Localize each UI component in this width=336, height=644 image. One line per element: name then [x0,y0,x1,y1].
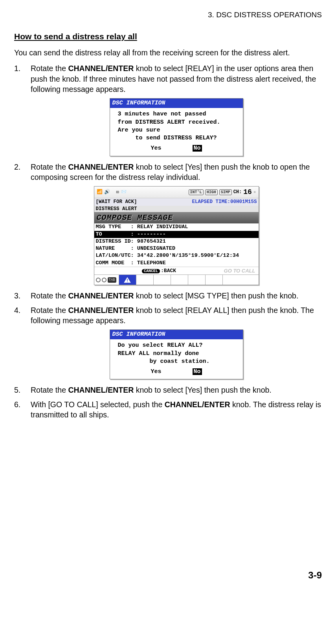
no-button[interactable]: No [193,145,202,152]
distress-id-row: DISTRESS ID: 987654321 [94,238,259,245]
comm-mode-row: COMM MODE : TELEPHONE [94,260,259,267]
wait-for-ack-row: [WAIT FOR ACK] ELAPSED TIME:00H01M15S [94,198,259,206]
simp-badge: SIMP [219,189,232,196]
mail-icon: ✉ [116,189,119,195]
cancel-pill[interactable]: CANCEL [142,269,160,273]
steps-list: Rotate the CHANNEL/ENTER knob to select … [14,63,322,420]
wait-label: [WAIT FOR ACK] [96,199,137,205]
chapter-header: 3. DSC DISTRESS OPERATIONS [14,10,322,20]
tab-slot[interactable] [188,275,205,285]
status-bar: 📶 🔊 ✉ 📨 INT'L HIGH SIMP CH: 16 ✳ [94,187,259,198]
step-1: Rotate the CHANNEL/ENTER knob to select … [14,63,322,156]
compose-message-screen: 📶 🔊 ✉ 📨 INT'L HIGH SIMP CH: 16 ✳ [WAIT F… [94,186,259,285]
step-text: knob to select [MSG TYPE] then push the … [134,291,298,300]
high-badge: HIGH [205,189,218,196]
knob-label: CHANNEL/ENTER [68,291,134,300]
tab-bar: TAB [94,274,259,285]
section-title: How to send a distress relay all [14,31,322,42]
ch-label: CH: [233,189,242,195]
speaker-icon: 🔊 [104,189,110,195]
mailbox-icon: 📨 [121,189,127,195]
dsc-info-dialog-2: DSC INFORMATION Do you select RELAY ALL?… [110,329,243,379]
distress-alert-row: DISTRESS ALERT [94,206,259,212]
alert-icon [124,277,131,283]
knob-icon [96,278,101,282]
page-number: 3-9 [14,569,322,582]
tab-slot[interactable] [205,275,222,285]
dialog-body: Do you select RELAY ALL? RELAY ALL norma… [110,339,243,366]
step-text: Rotate the [31,306,68,315]
no-button[interactable]: No [193,368,202,375]
compass-icon: ✳ [253,189,256,195]
knob-label: CHANNEL/ENTER [68,386,134,394]
tab-filler [222,275,259,285]
step-3: Rotate the CHANNEL/ENTER knob to select … [14,291,322,301]
nature-row: NATURE : UNDESIGNATED [94,245,259,252]
msg-type-row[interactable]: MSG TYPE : RELAY INDIVIDUAL [94,223,259,231]
step-6: With [GO TO CALL] selected, push the CHA… [14,399,322,420]
step-4: Rotate the CHANNEL/ENTER knob to select … [14,305,322,380]
signal-icon: 📶 [97,189,103,195]
go-to-call-button[interactable]: GO TO CALL [224,267,255,274]
knob-label: CHANNEL/ENTER [68,306,134,315]
knob-icon [102,278,106,282]
knob-label: CHANNEL/ENTER [165,400,230,409]
step-text: Rotate the [31,291,68,300]
step-text: Rotate the [31,64,68,73]
tab-button[interactable]: TAB [108,277,116,283]
yes-button[interactable]: Yes [151,368,161,375]
step-text: Rotate the [31,163,68,171]
lat-lon-row: LAT/LON/UTC: 34°42.2800'N/135°19.5900'E/… [94,252,259,259]
tab-active[interactable] [119,275,136,285]
intl-badge: INT'L [189,189,204,196]
step-text: knob to select [Yes] then push the knob. [134,386,272,394]
elapsed-time: ELAPSED TIME:00H01M15S [192,199,257,205]
tab-slot[interactable] [136,275,153,285]
dialog-buttons: Yes No [110,143,243,156]
channel-number: 16 [243,187,252,197]
dialog-buttons: Yes No [110,366,243,379]
dialog-title: DSC INFORMATION [110,99,243,108]
yes-button[interactable]: Yes [151,145,161,152]
step-text: With [GO TO CALL] selected, push the [31,400,165,409]
dialog-title: DSC INFORMATION [110,330,243,339]
tab-slot[interactable] [153,275,171,285]
step-2: Rotate the CHANNEL/ENTER knob to select … [14,162,322,285]
intro-paragraph: You can send the distress relay all from… [14,48,322,58]
to-row[interactable]: TO : --------- [94,231,259,238]
dsc-info-dialog-1: DSC INFORMATION 3 minutes have not passe… [110,98,243,156]
svg-rect-1 [127,279,128,281]
tab-slot[interactable] [171,275,188,285]
compose-header: COMPOSE MESSAGE [94,212,259,223]
back-row: CANCEL:BACK GO TO CALL [94,267,259,275]
knob-label: CHANNEL/ENTER [68,64,134,73]
svg-rect-2 [127,282,128,282]
dialog-body: 3 minutes have not passed from DISTRESS … [110,108,243,143]
step-text: Rotate the [31,386,68,394]
back-label: :BACK [161,268,176,274]
step-5: Rotate the CHANNEL/ENTER knob to select … [14,385,322,395]
knob-label: CHANNEL/ENTER [68,163,134,171]
